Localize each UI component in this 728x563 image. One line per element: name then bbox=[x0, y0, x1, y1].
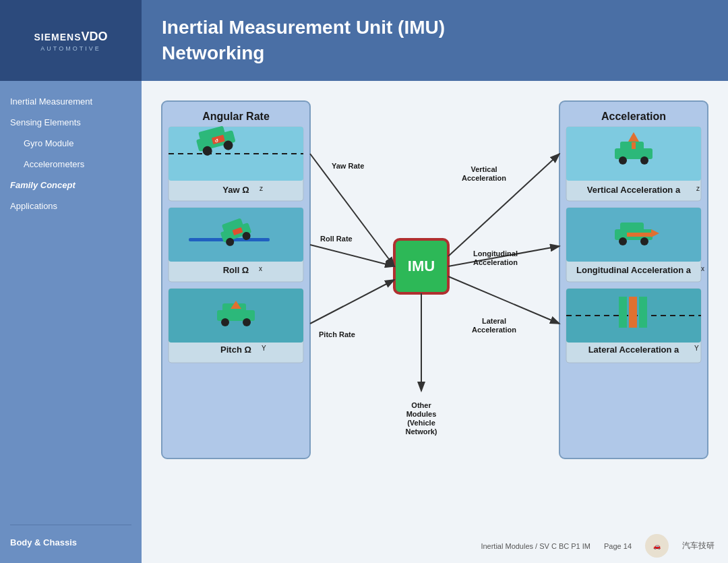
content-area: Angular Rate ↺ Yaw Ω z bbox=[142, 81, 728, 563]
vert-accel-arrow bbox=[448, 154, 559, 256]
other-modules-label3: (Vehicle bbox=[407, 419, 435, 427]
long-accel-subscript: x bbox=[701, 265, 704, 272]
footer-brand-logo: 🚗 bbox=[645, 534, 669, 558]
yaw-subscript: z bbox=[260, 185, 263, 192]
vert-accel-conn-label: Vertical bbox=[471, 165, 497, 173]
svg-point-14 bbox=[243, 318, 251, 326]
lat-accel-conn-label2: Acceleration bbox=[472, 326, 516, 334]
lat-bar2 bbox=[629, 297, 637, 328]
footer-description: Inertial Modules / SV C BC P1 IM bbox=[481, 542, 590, 550]
siemens-logo-text: SIEMENS bbox=[34, 32, 81, 42]
pitch-subscript: Y bbox=[262, 345, 266, 352]
long-accel-label: Longitudinal Acceleration a bbox=[576, 265, 692, 275]
yaw-rate-label: Yaw Rate bbox=[332, 162, 364, 170]
sidebar-item-gyro-module[interactable]: Gyro Module bbox=[0, 133, 142, 154]
long-accel-conn-label2: Acceleration bbox=[473, 258, 518, 266]
lat-accel-conn-label: Lateral bbox=[482, 317, 506, 325]
acceleration-title: Acceleration bbox=[601, 111, 666, 122]
sidebar-divider bbox=[10, 525, 131, 525]
pitch-rate-arrow bbox=[310, 280, 394, 324]
sidebar-footer: Body & Chassis bbox=[0, 532, 142, 553]
page-footer: Inertial Modules / SV C BC P1 IM Page 14… bbox=[481, 534, 715, 558]
other-modules-label1: Other bbox=[411, 401, 431, 409]
svg-point-24 bbox=[619, 237, 627, 245]
angular-rate-title: Angular Rate bbox=[202, 111, 270, 122]
main-diagram: Angular Rate ↺ Yaw Ω z bbox=[155, 94, 715, 519]
sidebar-item-sensing-elements[interactable]: Sensing Elements bbox=[0, 112, 142, 133]
yaw-rate-arrow bbox=[310, 154, 394, 266]
svg-point-19 bbox=[640, 156, 648, 165]
other-modules-label4: Network) bbox=[405, 427, 437, 436]
footer-page: Page 14 bbox=[604, 542, 632, 550]
vert-accel-conn-label2: Acceleration bbox=[462, 174, 506, 182]
roll-subscript: x bbox=[259, 265, 262, 272]
svg-point-13 bbox=[221, 318, 229, 326]
svg-rect-21 bbox=[632, 142, 636, 149]
roll-label: Roll Ω bbox=[223, 265, 249, 275]
footer-brand: 汽车技研 bbox=[682, 540, 715, 552]
lat-bar3 bbox=[639, 297, 647, 328]
roll-rate-arrow bbox=[310, 245, 394, 266]
page-title: Inertial Measurement Unit (IMU) Networki… bbox=[162, 15, 445, 66]
long-accel-conn-label: Longitudinal bbox=[473, 249, 518, 258]
vert-accel-subscript: z bbox=[696, 185, 700, 192]
sidebar: Inertial Measurement Sensing Elements Gy… bbox=[0, 81, 142, 563]
pitch-rate-label: Pitch Rate bbox=[319, 330, 355, 338]
vdo-logo-text: VDO bbox=[82, 30, 108, 44]
automotive-logo-text: AUTOMOTIVE bbox=[40, 45, 100, 52]
svg-rect-27 bbox=[627, 233, 651, 237]
other-modules-label2: Modules bbox=[406, 410, 437, 418]
vert-accel-label: Vertical Acceleration a bbox=[587, 185, 681, 195]
yaw-label: Yaw Ω bbox=[222, 185, 249, 195]
header: SIEMENS VDO AUTOMOTIVE Inertial Measurem… bbox=[0, 0, 728, 81]
logo-area: SIEMENS VDO AUTOMOTIVE bbox=[0, 0, 142, 81]
lat-accel-subscript: Y bbox=[694, 345, 699, 352]
pitch-label: Pitch Ω bbox=[220, 345, 251, 355]
sidebar-item-inertial-measurement[interactable]: Inertial Measurement bbox=[0, 91, 142, 112]
svg-point-25 bbox=[640, 237, 648, 245]
sidebar-item-family-concept[interactable]: Family Concept bbox=[0, 175, 142, 196]
svg-point-18 bbox=[619, 156, 627, 165]
header-title-area: Inertial Measurement Unit (IMU) Networki… bbox=[142, 0, 465, 81]
sidebar-item-accelerometers[interactable]: Accelerometers bbox=[0, 154, 142, 175]
main-layout: Inertial Measurement Sensing Elements Gy… bbox=[0, 81, 728, 563]
imu-label: IMU bbox=[408, 258, 435, 274]
lat-accel-label: Lateral Acceleration a bbox=[588, 345, 679, 355]
roll-rate-label: Roll Rate bbox=[320, 235, 353, 243]
lat-bar1 bbox=[619, 297, 627, 328]
sidebar-item-applications[interactable]: Applications bbox=[0, 196, 142, 216]
svg-rect-23 bbox=[620, 223, 644, 231]
